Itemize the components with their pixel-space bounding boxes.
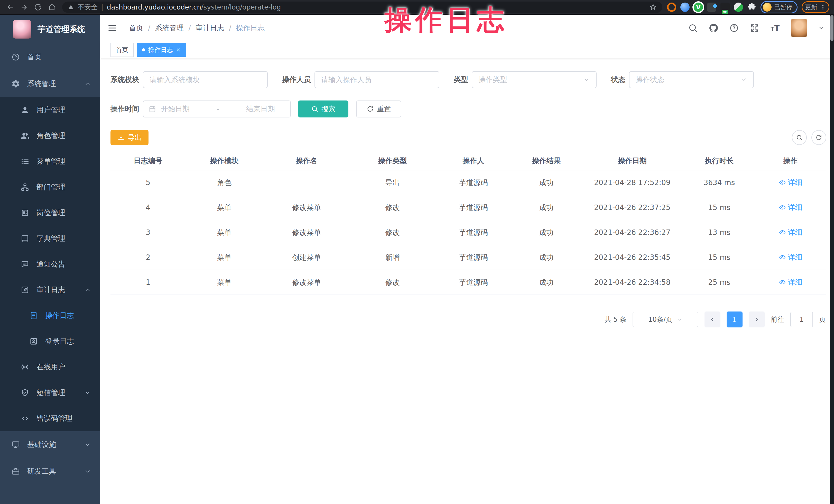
sidebar-item-sms-management[interactable]: 短信管理 — [0, 380, 100, 406]
date-range-picker[interactable]: 开始日期 - 结束日期 — [143, 101, 291, 117]
chevron-down-icon — [84, 389, 91, 396]
next-page-button[interactable] — [749, 311, 765, 327]
table-row: 1菜单修改菜单修改芋道源码成功2021-04-26 22:34:5825 ms详… — [110, 270, 826, 295]
table-row: 3菜单修改菜单修改芋道源码成功2021-04-26 22:36:2713 ms详… — [110, 220, 826, 245]
url-text: dashboard.yudao.iocoder.cn/system/log/op… — [107, 3, 281, 11]
help-icon[interactable] — [729, 23, 739, 33]
table-cell-result: 成功 — [512, 178, 581, 188]
user-avatar[interactable] — [791, 19, 807, 37]
type-select[interactable]: 操作类型 — [472, 71, 597, 88]
table-cell-result: 成功 — [512, 253, 581, 262]
chevron-down-icon — [583, 76, 590, 83]
sidebar-item-infrastructure[interactable]: 基础设施 — [0, 431, 100, 458]
browser-back-icon[interactable] — [5, 2, 16, 13]
detail-link[interactable]: 详细 — [779, 202, 803, 212]
sidebar-item-system-management[interactable]: 系统管理 — [0, 70, 100, 97]
table-cell-result: 成功 — [512, 228, 581, 238]
module-input[interactable] — [143, 71, 268, 88]
table-cell-module: 菜单 — [186, 278, 263, 287]
browser-update-button[interactable]: 更新 — [802, 1, 829, 13]
start-date-placeholder: 开始日期 — [161, 104, 190, 114]
extension-orange-icon[interactable] — [667, 3, 676, 12]
avatar-caret-down-icon[interactable] — [818, 25, 825, 31]
sidebar-item-label: 系统管理 — [27, 79, 56, 89]
tab-home[interactable]: 首页 — [110, 43, 134, 57]
status-select[interactable]: 操作状态 — [629, 71, 754, 88]
sidebar-item-dept-management[interactable]: 部门管理 — [0, 174, 100, 200]
breadcrumb-separator: / — [229, 24, 231, 32]
sidebar-item-error-code-management[interactable]: 错误码管理 — [0, 406, 100, 431]
extensions-puzzle-icon[interactable] — [747, 3, 756, 12]
github-icon[interactable] — [709, 23, 718, 33]
sidebar-item-post-management[interactable]: 岗位管理 — [0, 200, 100, 226]
operator-input[interactable] — [314, 71, 439, 88]
page-size-select[interactable]: 10条/页 — [633, 312, 698, 327]
sidebar-item-label: 菜单管理 — [37, 156, 65, 166]
sidebar-item-dict-management[interactable]: 字典管理 — [0, 226, 100, 251]
toggle-search-button[interactable] — [792, 130, 807, 145]
sidebar-collapse-icon[interactable] — [106, 22, 118, 34]
sidebar-item-user-management[interactable]: 用户管理 — [0, 97, 100, 123]
table-cell-id: 1 — [110, 278, 186, 287]
profile-paused-badge[interactable]: 已暂停 — [761, 1, 797, 13]
tab-operate-log[interactable]: 操作日志× — [137, 43, 186, 57]
detail-link[interactable]: 详细 — [779, 253, 803, 262]
address-bar[interactable]: 不安全 | dashboard.yudao.iocoder.cn/system/… — [62, 2, 662, 13]
breadcrumb-item[interactable]: 系统管理 — [155, 23, 184, 33]
pagination: 共 5 条 10条/页 1 前往 页 — [110, 311, 826, 327]
font-size-icon[interactable]: TT — [770, 23, 780, 33]
search-button[interactable]: 搜索 — [298, 101, 348, 117]
page-number-1[interactable]: 1 — [727, 311, 743, 327]
detail-link[interactable]: 详细 — [779, 227, 803, 237]
search-icon[interactable] — [688, 23, 698, 33]
goto-page-input[interactable] — [790, 312, 813, 327]
sidebar-item-home[interactable]: 首页 — [0, 44, 100, 70]
table-header-cell: 操作结果 — [512, 156, 581, 166]
refresh-table-button[interactable] — [811, 130, 826, 145]
browser-home-icon[interactable] — [46, 2, 58, 13]
bookmark-star-icon[interactable] — [650, 4, 657, 11]
extension-pin-icon[interactable] — [680, 3, 689, 12]
audit-icon — [21, 286, 29, 294]
sidebar-item-dev-tools[interactable]: 研发工具 — [0, 458, 100, 485]
detail-link[interactable]: 详细 — [779, 277, 803, 287]
close-tab-icon[interactable]: × — [176, 47, 181, 53]
chevron-up-icon — [84, 81, 91, 87]
breadcrumb-item[interactable]: 首页 — [129, 23, 144, 33]
page-scrollbar-thumb[interactable] — [830, 15, 833, 41]
table-cell-module: 菜单 — [186, 253, 263, 262]
sidebar-item-label: 基础设施 — [27, 440, 56, 450]
sidebar-item-role-management[interactable]: 角色管理 — [0, 123, 100, 149]
prev-page-button[interactable] — [704, 311, 720, 327]
browser-forward-icon[interactable] — [19, 2, 30, 13]
breadcrumb-item: 操作日志 — [236, 23, 265, 33]
table-cell-operator: 芋道源码 — [435, 228, 512, 238]
sidebar-logo-row[interactable]: 芋道管理系统 — [0, 15, 100, 44]
detail-link[interactable]: 详细 — [779, 178, 803, 188]
extension-leaf-icon[interactable] — [734, 3, 743, 12]
page-scrollbar[interactable] — [830, 15, 834, 504]
profile-avatar-icon — [763, 3, 772, 12]
eye-icon — [779, 254, 786, 261]
sidebar-item-audit-log[interactable]: 审计日志 — [0, 277, 100, 303]
extension-switch-icon[interactable] — [720, 3, 730, 12]
breadcrumb-item[interactable]: 审计日志 — [196, 23, 224, 33]
sidebar-item-online-users[interactable]: 在线用户 — [0, 354, 100, 380]
eye-icon — [779, 279, 786, 286]
export-button[interactable]: 导出 — [110, 130, 149, 145]
table-header-row: 日志编号操作模块操作名操作类型操作人操作结果操作日期执行时长操作 — [110, 152, 826, 170]
sidebar-item-menu-management[interactable]: 菜单管理 — [0, 149, 100, 174]
extension-translate-icon[interactable] — [707, 3, 716, 12]
reset-button[interactable]: 重置 — [356, 101, 401, 117]
fullscreen-icon[interactable] — [750, 23, 760, 33]
extension-v-icon[interactable]: V — [694, 3, 703, 12]
sidebar-item-operate-log[interactable]: 操作日志 — [0, 303, 100, 328]
end-date-placeholder: 结束日期 — [246, 104, 275, 114]
sidebar-item-label: 操作日志 — [45, 311, 74, 321]
browser-menu-kebab-icon[interactable] — [820, 4, 826, 10]
sidebar-item-login-log[interactable]: 登录日志 — [0, 328, 100, 354]
browser-reload-icon[interactable] — [32, 2, 44, 13]
search-icon — [311, 105, 319, 113]
refresh-icon — [815, 134, 822, 141]
sidebar-item-notice-announcement[interactable]: 通知公告 — [0, 251, 100, 277]
